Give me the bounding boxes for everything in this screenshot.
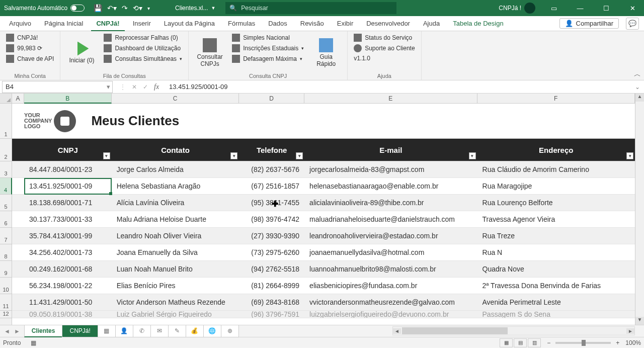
search-box[interactable]: 🔍 Pesquisar [225,2,396,14]
page-layout-button[interactable]: ▤ [514,338,527,347]
page-break-button[interactable]: ▥ [528,338,541,347]
th-endereco[interactable]: Endereço▾ [477,139,635,161]
tab-dados[interactable]: Dados [263,16,292,31]
select-all-cell[interactable] [0,94,12,104]
inscricoes-estaduais[interactable]: Inscrições Estaduais ▾ [231,44,305,53]
cell-cnpj[interactable]: 35.784.413/0001-99 [24,228,112,244]
cell-contato[interactable]: Helena Sebastiana Aragão [112,178,239,194]
scroll-up-icon[interactable]: ▲ [635,94,644,102]
row-header[interactable]: 5 [0,195,12,211]
guia-rapido-button[interactable]: Guia Rápido [310,33,342,72]
simples-nacional[interactable]: Simples Nacional [231,33,305,42]
cell-telefone[interactable]: (82) 2637-5676 [239,161,304,177]
cell-email[interactable]: helenasebastianaaragao@enable.com.br [304,178,477,194]
normal-view-button[interactable]: ▦ [500,338,513,347]
cell-endereco[interactable]: Rua Cláudio de Amorim Camerino [477,161,635,177]
cell-telefone[interactable]: (94) 2762-5518 [239,261,304,277]
row-header[interactable]: 11 [0,294,12,311]
tab-exibir[interactable]: Exibir [332,16,359,31]
row-header[interactable]: 3 [0,161,12,178]
row-header[interactable]: 4 [0,178,12,195]
cell-contato[interactable]: Jorge Carlos Almeida [112,161,239,177]
autosave-toggle[interactable]: Salvamento Automático [0,5,89,12]
table-row[interactable]: 35.784.413/0001-99Leandro Noah Oliver Vi… [12,228,635,244]
sheet-tab-mail-icon[interactable]: ✉ [150,325,169,337]
table-row[interactable]: 56.234.198/0001-22Elias Benício Pires(81… [12,278,635,294]
th-cnpj[interactable]: CNPJ▾ [24,139,112,161]
row-header[interactable]: 9 [0,261,12,278]
redo-icon[interactable]: ↷ [122,4,128,12]
tab-desenvolvedor[interactable]: Desenvolvedor [361,16,415,31]
tab-arquivo[interactable]: Arquivo [4,16,36,31]
new-sheet-button[interactable]: ⊕ [221,325,239,337]
table-row[interactable]: 18.138.698/0001-71Alícia Lavínia Oliveir… [12,195,635,211]
cell-cnpj[interactable]: 34.256.402/0001-73 [24,244,112,260]
collapse-ribbon-icon[interactable]: ︿ [634,70,641,79]
row-header-1[interactable]: 1 [0,104,12,139]
cell-cnpj[interactable]: 13.451.925/0001-09 [24,178,112,194]
cell-endereco[interactable]: 2ª Travessa Dona Benvinda de Farias [477,278,635,294]
row-header[interactable]: 10 [0,278,12,294]
cell-email[interactable]: leandronoaholivervieira@estadao.com.br [304,228,477,244]
cnpja-link[interactable]: CNPJá! [5,33,55,42]
tab-cnpja[interactable]: CNPJá! [91,16,124,31]
cells-area[interactable]: A B C D E F YOURCOMPANYLOGO Meus Cliente… [12,94,635,325]
repeat-icon[interactable]: ⟲▾ [133,4,142,12]
cell-contato[interactable]: Elias Benício Pires [112,278,239,294]
row-header[interactable]: 8 [0,244,12,261]
cell-telefone[interactable]: (98) 3976-4742 [239,211,304,227]
sheet-tab-globe-icon[interactable]: 🌐 [203,325,221,337]
zoom-slider[interactable] [555,342,611,344]
cell-cnpj[interactable]: 18.138.698/0001-71 [24,195,112,211]
profile-button[interactable]: CNPJá ! [495,3,539,14]
filter-icon[interactable]: ▾ [296,152,303,159]
sheet-tab-bag-icon[interactable]: 💰 [186,325,204,337]
sheet-tab-cnpja[interactable]: CNPJá! [62,325,98,337]
comments-button[interactable]: 💬 [626,18,639,30]
count-item[interactable]: 99,983 ⟳ [5,44,55,53]
cell-email[interactable]: vvictorandersonmatheusrezende@galvao.com [304,294,477,310]
scroll-right-icon[interactable]: ► [626,328,634,334]
table-row[interactable]: 84.447.804/0001-23Jorge Carlos Almeida(8… [12,161,635,178]
table-row[interactable]: 09.050.819/0001-38Luiz Gabriel Sérgio Fi… [12,311,635,318]
cell-contato[interactable]: Joana Emanuelly da Silva [112,244,239,260]
col-header-f[interactable]: F [477,94,635,103]
suporte-cliente[interactable]: Suporte ao Cliente [353,44,416,53]
cell-email[interactable]: eliasbeniciopires@fundasa.com.br [304,278,477,294]
row-header[interactable]: 7 [0,228,12,244]
formula-input[interactable]: 13.451.925/0001-09 [164,83,631,90]
prev-sheet-icon[interactable]: ◄ [4,328,10,335]
filename-control[interactable]: Clientes.xl... ▼ [175,5,215,12]
maximize-button[interactable]: ☐ [595,0,618,16]
tab-inserir[interactable]: Inserir [128,16,156,31]
sheet-tab-phone-icon[interactable]: ✆ [133,325,151,337]
zoom-in-button[interactable]: + [616,339,619,346]
cell-telefone[interactable]: (73) 2975-6260 [239,244,304,260]
share-button[interactable]: 👤 Compartilhar [559,18,619,29]
cancel-icon[interactable]: ✕ [132,83,137,90]
cell-email[interactable]: maluadrianaheloiseduarte@danielstrauch.c… [304,211,477,227]
tab-formulas[interactable]: Fórmulas [223,16,260,31]
cell-contato[interactable]: Leandro Noah Oliver Vieira [112,228,239,244]
filter-icon[interactable]: ▾ [469,152,476,159]
zoom-out-button[interactable]: − [547,339,550,346]
fx-icon[interactable]: fx [154,83,159,91]
qat-more-icon[interactable]: ▾ [147,6,150,11]
table-row[interactable]: 11.431.429/0001-50Victor Anderson Matheu… [12,294,635,311]
consultas-simultaneas[interactable]: Consultas Simultâneas ▾ [103,54,183,63]
table-row[interactable]: 13.451.925/0001-09Helena Sebastiana Arag… [12,178,635,195]
undo-icon[interactable]: ↶▾ [107,4,117,12]
cell-endereco[interactable]: Rua N [477,244,635,260]
scroll-thumb[interactable] [402,327,508,334]
cell-email[interactable]: alicialaviniaoliveira-89@thibe.com.br [304,195,477,211]
iniciar-button[interactable]: Iniciar (0) [65,33,98,72]
expand-formula-icon[interactable]: ⌄ [631,83,644,90]
horizontal-scrollbar[interactable]: ◄ ► [392,326,635,335]
close-button[interactable]: ✕ [621,0,644,16]
cell-cnpj[interactable]: 11.431.429/0001-50 [24,294,112,310]
cell-endereco[interactable]: Avenida Perimetral Leste [477,294,635,310]
col-header-c[interactable]: C [112,94,239,103]
sheet-tab-table-icon[interactable]: ▦ [98,325,116,337]
cell-cnpj[interactable]: 56.234.198/0001-22 [24,278,112,294]
enter-icon[interactable]: ✓ [143,83,148,90]
